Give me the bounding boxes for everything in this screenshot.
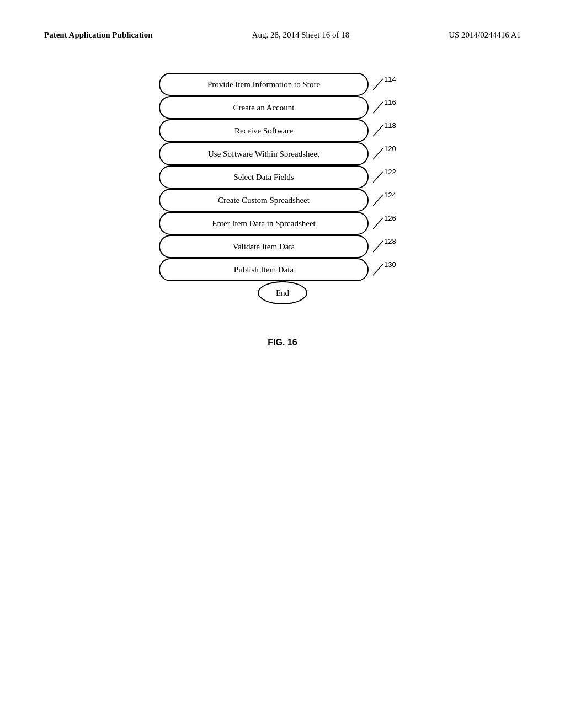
step-row-114: Provide Item Information to Store114 — [145, 73, 420, 96]
ref-tick-116: 116 — [373, 99, 403, 116]
step-row-122: Select Data Fields122 — [145, 165, 420, 189]
ref-tick-114: 114 — [373, 76, 403, 93]
end-node: End — [258, 281, 307, 304]
svg-line-8 — [373, 172, 383, 183]
step-pill-114: Provide Item Information to Store — [159, 73, 369, 96]
step-pill-116: Create an Account — [159, 96, 369, 119]
svg-line-4 — [373, 125, 383, 136]
ref-tick-124: 124 — [373, 192, 403, 208]
step-pill-122: Select Data Fields — [159, 165, 369, 189]
ref-tick-118: 118 — [373, 122, 403, 139]
page: Patent Application Publication Aug. 28, … — [0, 0, 565, 728]
svg-text:130: 130 — [384, 261, 396, 269]
svg-text:114: 114 — [384, 76, 396, 83]
svg-line-6 — [373, 148, 383, 159]
step-row-130: Publish Item Data130 — [145, 258, 420, 281]
figure-caption: FIG. 16 — [0, 338, 565, 347]
page-header: Patent Application Publication Aug. 28, … — [0, 0, 565, 40]
step-pill-126: Enter Item Data in Spreadsheet — [159, 212, 369, 235]
svg-text:116: 116 — [384, 99, 396, 106]
svg-text:120: 120 — [384, 146, 396, 153]
diagram-area: Provide Item Information to Store114Crea… — [0, 73, 565, 304]
ref-tick-128: 128 — [373, 238, 403, 255]
svg-line-0 — [373, 79, 383, 90]
svg-line-10 — [373, 195, 383, 206]
svg-text:118: 118 — [384, 122, 396, 130]
step-pill-118: Receive Software — [159, 119, 369, 142]
step-row-126: Enter Item Data in Spreadsheet126 — [145, 212, 420, 235]
step-pill-120: Use Software Within Spreadsheet — [159, 142, 369, 165]
ref-tick-122: 122 — [373, 169, 403, 185]
publication-title: Patent Application Publication — [44, 30, 153, 40]
publication-date-sheet: Aug. 28, 2014 Sheet 16 of 18 — [252, 30, 350, 40]
svg-line-16 — [373, 264, 383, 275]
svg-line-2 — [373, 102, 383, 113]
svg-line-14 — [373, 241, 383, 252]
publication-number: US 2014/0244416 A1 — [449, 30, 521, 40]
step-pill-130: Publish Item Data — [159, 258, 369, 281]
step-row-124: Create Custom Spreadsheet124 — [145, 189, 420, 212]
step-row-128: Validate Item Data128 — [145, 235, 420, 258]
svg-text:128: 128 — [384, 238, 396, 245]
flow-diagram: Provide Item Information to Store114Crea… — [145, 73, 420, 281]
svg-line-12 — [373, 218, 383, 229]
svg-text:122: 122 — [384, 169, 396, 176]
ref-tick-126: 126 — [373, 215, 403, 232]
svg-text:126: 126 — [384, 215, 396, 222]
svg-text:124: 124 — [384, 192, 396, 199]
ref-tick-130: 130 — [373, 261, 403, 278]
step-pill-128: Validate Item Data — [159, 235, 369, 258]
step-row-116: Create an Account116 — [145, 96, 420, 119]
ref-tick-120: 120 — [373, 146, 403, 162]
step-pill-124: Create Custom Spreadsheet — [159, 189, 369, 212]
step-row-118: Receive Software118 — [145, 119, 420, 142]
step-row-120: Use Software Within Spreadsheet120 — [145, 142, 420, 165]
